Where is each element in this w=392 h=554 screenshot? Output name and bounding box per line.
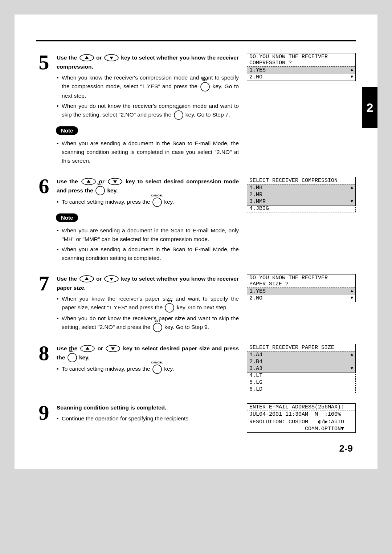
down-key-icon <box>104 54 119 61</box>
svg-point-11 <box>153 198 162 207</box>
manual-page: 2 5 Use the or key to select whether you… <box>15 15 377 469</box>
svg-point-17 <box>153 323 162 332</box>
set-key-icon: SET <box>95 186 105 195</box>
text: 1.YES <box>249 288 266 294</box>
arrow-up-icon <box>351 68 353 73</box>
step-7: 7 Use the or key to select whether you k… <box>36 274 356 334</box>
key-label: SET <box>69 349 75 353</box>
text: Use the <box>57 178 81 184</box>
up-key-icon <box>81 178 96 185</box>
text: key. <box>107 187 118 194</box>
lcd-row: 2.MR <box>247 191 355 198</box>
lcd-screen: DO YOU KNOW THE RECEIVER PAPER SIZE ? 1.… <box>247 274 356 302</box>
text: 2.NO <box>249 74 262 80</box>
lcd-row-selected: 1.MH <box>247 184 355 191</box>
text: or <box>96 276 103 282</box>
bullet: When you do not know the receiver's pape… <box>57 314 239 332</box>
text: 1.A4 <box>249 352 262 358</box>
set-key-icon: SET <box>153 323 162 332</box>
text: To cancel setting midway, press the <box>62 366 152 372</box>
svg-point-23 <box>153 365 162 374</box>
lcd-screen: SELECT RECEIVER COMPRESSION 1.MH 2.MR 3.… <box>247 177 356 205</box>
step-title: Use the or key to select whether you kno… <box>57 274 239 292</box>
bullet: Continue the operation for specifying th… <box>57 414 239 423</box>
lcd-screen-overflow: 4.JBIG <box>247 205 356 212</box>
step-6: 6 Use the or key to select desired compr… <box>36 177 356 264</box>
step-9: 9 Scanning condition setting is complete… <box>36 403 356 433</box>
arrow-up-icon <box>351 185 353 190</box>
lcd-screen: DO YOU KNOW THE RECEIVER COMPRESSION ? 1… <box>247 53 356 81</box>
arrow-up-icon <box>351 289 353 294</box>
lcd-row: DO YOU KNOW THE RECEIVER COMPRESSION ? <box>247 53 355 66</box>
lcd-row: 2.NO <box>247 74 355 81</box>
chapter-tab: 2 <box>362 87 377 128</box>
set-key-icon: SET <box>200 82 210 91</box>
svg-marker-21 <box>111 347 115 350</box>
arrow-down-icon <box>351 74 353 80</box>
text: key. Go to next step. <box>177 304 228 310</box>
lcd-row: 2.NO <box>247 295 355 302</box>
step-title: Use the or key to select desired compres… <box>57 177 239 195</box>
set-key-icon: SET <box>174 110 183 120</box>
lcd-row: DO YOU KNOW THE RECEIVER PAPER SIZE ? <box>247 274 355 288</box>
step-8: 8 Use the or key to select desired paper… <box>36 344 356 393</box>
note-bullet: When you are sending a document in the S… <box>57 245 239 262</box>
lcd-row-selected: 1.YES <box>247 66 355 74</box>
note-bullet: When you are sending a document in the S… <box>57 226 239 244</box>
bullet: When you do not know the receiver's comp… <box>57 102 239 120</box>
lcd-row: 5.LG <box>247 379 355 386</box>
top-rule <box>36 40 356 41</box>
step-number: 8 <box>36 344 52 393</box>
lcd-row: COMM.OPTION▼ <box>247 425 355 432</box>
text: or <box>96 54 103 61</box>
arrow-down-icon <box>351 296 353 301</box>
key-label: SET <box>97 182 103 186</box>
down-key-icon <box>104 275 119 282</box>
text: Use the <box>57 276 79 282</box>
lcd-row-selected: 1.A4 <box>247 351 355 358</box>
lcd-row: JUL04-2001 11:30AM M :100% <box>247 411 355 418</box>
key-label: SET <box>202 78 208 82</box>
text: To cancel setting midway, press the <box>62 199 152 205</box>
svg-marker-7 <box>87 180 90 183</box>
svg-point-22 <box>68 353 77 362</box>
text: key. Go to Step 7. <box>185 111 230 118</box>
key-label: SET <box>176 106 181 111</box>
lcd-row: 3.A3 <box>247 365 355 372</box>
key-label: CANCEL <box>151 194 163 198</box>
text: or <box>97 345 105 351</box>
lcd-row: ENTER E-MAIL ADDRESS(256MAX): <box>247 404 355 411</box>
text: 1.MH <box>249 185 262 191</box>
lcd-screen: ENTER E-MAIL ADDRESS(256MAX): JUL04-2001… <box>247 403 356 433</box>
svg-marker-15 <box>110 278 113 281</box>
lcd-row: 4.JBIG <box>247 205 355 212</box>
step-title: Use the or key to select desired paper s… <box>57 344 239 362</box>
key-label: CANCEL <box>151 360 163 365</box>
svg-point-4 <box>201 82 209 91</box>
note-badge: Note <box>56 126 78 135</box>
note-badge: Note <box>56 213 78 222</box>
svg-point-16 <box>165 304 174 312</box>
cancel-key-icon: CANCEL <box>152 364 162 374</box>
up-key-icon <box>80 345 95 352</box>
note-bullet: When you are sending a document in the S… <box>57 139 239 165</box>
step-number: 7 <box>36 274 52 334</box>
svg-marker-9 <box>113 180 117 183</box>
text: key. <box>79 354 90 360</box>
page-number: 2-9 <box>36 443 356 454</box>
up-key-icon <box>79 54 94 61</box>
lcd-row: SELECT RECEIVER PAPER SIZE <box>247 344 355 351</box>
text: 1.YES <box>249 67 266 73</box>
svg-marker-3 <box>110 57 113 60</box>
lcd-screen-overflow: 4.LT 5.LG 6.LD <box>247 372 356 393</box>
step-number: 9 <box>36 403 52 433</box>
step-5: 5 Use the or key to select whether you k… <box>36 53 356 167</box>
step-number: 6 <box>36 177 52 264</box>
key-label: SET <box>167 299 173 304</box>
bullet: To cancel setting midway, press the CANC… <box>57 364 239 374</box>
bullet: When you know the receiver's compression… <box>57 73 239 100</box>
lcd-screen: SELECT RECEIVER PAPER SIZE 1.A4 2.B4 3.A… <box>247 344 356 372</box>
text: When you do not know the receiver's pape… <box>62 315 239 330</box>
text: Use the <box>57 54 79 61</box>
down-key-icon <box>106 345 120 352</box>
